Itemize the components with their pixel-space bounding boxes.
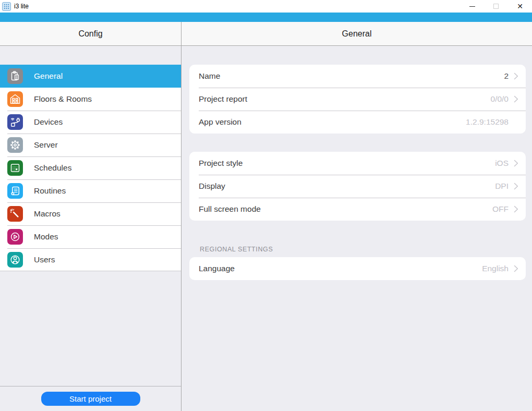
wand-icon <box>7 206 23 222</box>
house-icon <box>7 91 23 107</box>
chevron-right-icon <box>514 265 518 272</box>
sidebar-item-users[interactable]: Users <box>0 248 181 271</box>
sidebar-item-label: Routines <box>34 186 66 196</box>
window-title: i3 lite <box>14 3 29 10</box>
setting-label: App version <box>199 117 466 127</box>
sidebar-menu: General Floors & Rooms Devices Server Sc… <box>0 65 181 271</box>
setting-value: OFF <box>492 204 509 214</box>
maximize-button[interactable] <box>484 0 508 13</box>
setting-row-full-screen-mode[interactable]: Full screen modeOFF <box>189 198 526 221</box>
settings-group: LanguageEnglish <box>189 257 526 280</box>
sidebar-item-label: Schedules <box>34 163 71 173</box>
sidebar-item-label: Floors & Rooms <box>34 94 92 104</box>
chevron-right-icon <box>514 72 518 80</box>
gear-icon <box>7 137 23 153</box>
minimize-button[interactable] <box>460 0 484 13</box>
sidebar-item-devices[interactable]: Devices <box>0 111 181 134</box>
config-panel-title: Config <box>0 22 181 46</box>
app-icon <box>2 2 11 11</box>
sidebar-item-modes[interactable]: Modes <box>0 225 181 248</box>
setting-value: DPI <box>495 182 509 191</box>
sidebar-item-label: Modes <box>34 232 58 241</box>
setting-label: Full screen mode <box>199 204 492 214</box>
sidebar: General Floors & Rooms Devices Server Sc… <box>0 46 181 386</box>
setting-value: English <box>482 264 509 273</box>
accent-strip <box>0 13 532 22</box>
window-controls: ✕ <box>460 0 532 13</box>
settings-group: Name2Project report0/0/0App version1.2.9… <box>189 65 526 134</box>
config-panel: Config General Floors & Rooms Devices Se… <box>0 22 182 411</box>
group-gap <box>189 134 526 152</box>
sidebar-bottom-bar: Start project <box>0 386 181 411</box>
close-button[interactable]: ✕ <box>508 0 532 13</box>
main-area: Config General Floors & Rooms Devices Se… <box>0 22 532 411</box>
sidebar-item-label: Devices <box>34 117 63 127</box>
setting-row-project-style[interactable]: Project styleiOS <box>189 152 526 175</box>
clipboard-icon <box>7 68 23 84</box>
scroll-icon <box>7 183 23 199</box>
setting-label: Language <box>199 264 482 273</box>
setting-value: 0/0/0 <box>491 94 509 104</box>
setting-value: iOS <box>495 159 509 168</box>
general-panel-title: General <box>182 22 532 46</box>
sidebar-item-floors-rooms[interactable]: Floors & Rooms <box>0 88 181 111</box>
sidebar-item-routines[interactable]: Routines <box>0 179 181 202</box>
setting-label: Display <box>199 182 495 191</box>
chevron-right-icon <box>514 160 518 167</box>
user-icon <box>7 252 23 268</box>
setting-row-language[interactable]: LanguageEnglish <box>189 257 526 280</box>
sidebar-item-macros[interactable]: Macros <box>0 202 181 225</box>
setting-value: 2 <box>504 71 509 81</box>
sidebar-item-label: General <box>34 71 63 81</box>
setting-value: 1.2.9:15298 <box>466 117 509 127</box>
settings-group: Project styleiOSDisplayDPIFull screen mo… <box>189 152 526 221</box>
maximize-icon <box>493 4 499 9</box>
setting-row-name[interactable]: Name2 <box>189 65 526 88</box>
settings-content: Name2Project report0/0/0App version1.2.9… <box>182 46 532 411</box>
chevron-right-icon <box>514 95 518 103</box>
sidebar-item-label: Server <box>34 140 58 150</box>
sidebar-item-schedules[interactable]: Schedules <box>0 156 181 179</box>
play-icon <box>7 229 23 245</box>
plug-icon <box>7 114 23 130</box>
general-panel: General Name2Project report0/0/0App vers… <box>182 22 532 411</box>
setting-label: Project style <box>199 159 495 168</box>
section-label-regional-settings: REGIONAL SETTINGS <box>200 246 526 253</box>
sidebar-item-general[interactable]: General <box>0 65 181 88</box>
setting-label: Project report <box>199 94 491 104</box>
setting-row-display[interactable]: DisplayDPI <box>189 175 526 198</box>
chevron-right-icon <box>514 206 518 213</box>
setting-label: Name <box>199 71 504 81</box>
close-icon: ✕ <box>517 3 523 10</box>
minimize-icon <box>469 6 475 7</box>
calendar-icon <box>7 160 23 176</box>
setting-row-app-version: App version1.2.9:15298 <box>189 111 526 134</box>
setting-row-project-report[interactable]: Project report0/0/0 <box>189 88 526 111</box>
start-project-button[interactable]: Start project <box>41 392 140 406</box>
title-bar: i3 lite ✕ <box>0 0 532 13</box>
sidebar-item-server[interactable]: Server <box>0 134 181 156</box>
chevron-right-icon <box>514 183 518 190</box>
sidebar-item-label: Users <box>34 255 55 264</box>
sidebar-item-label: Macros <box>34 209 61 219</box>
